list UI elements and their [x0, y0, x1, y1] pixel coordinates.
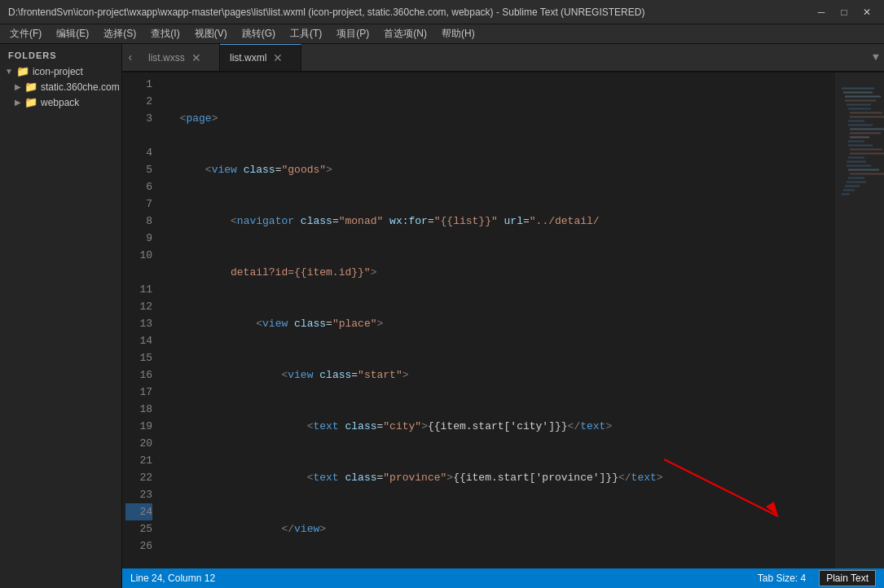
close-button[interactable]: ✕	[858, 3, 876, 21]
menu-help[interactable]: 帮助(H)	[435, 25, 482, 42]
minimap-svg	[835, 72, 884, 568]
tab-list-wxss[interactable]: list.wxss ✕	[139, 44, 220, 71]
menu-edit[interactable]: 编辑(E)	[50, 25, 95, 42]
code-line-1: <page>	[167, 110, 827, 127]
svg-rect-12	[850, 137, 869, 138]
line-number: 5	[125, 161, 152, 178]
line-number	[125, 264, 152, 281]
tab-close-icon[interactable]: ✕	[273, 51, 283, 64]
tab-bar: ‹ list.wxss ✕ list.wxml ✕ ▼	[122, 44, 884, 72]
folder-name: webpack	[41, 97, 79, 108]
title-bar: D:\frontendSvn\icon-project\wxapp\wxapp-…	[0, 0, 884, 24]
svg-rect-16	[850, 153, 884, 155]
tab-close-icon[interactable]: ✕	[191, 51, 201, 64]
menu-bar: 文件(F) 编辑(E) 选择(S) 查找(I) 视图(V) 跳转(G) 工具(T…	[0, 24, 884, 44]
code-editor[interactable]: 1 2 3 4 5 6 7 8 9 10 11 12 13 14 15 16 1…	[122, 72, 884, 568]
sidebar-item-icon-project[interactable]: ▼ 📁 icon-project	[0, 64, 121, 79]
sidebar: FOLDERS ▼ 📁 icon-project ▶ 📁 static.360c…	[0, 44, 122, 588]
folder-icon: 📁	[24, 81, 37, 93]
sidebar-header: FOLDERS	[0, 44, 121, 64]
menu-view[interactable]: 视图(V)	[188, 25, 234, 42]
tab-label: list.wxss	[148, 52, 185, 64]
line-number: 25	[125, 520, 152, 538]
svg-rect-2	[845, 96, 881, 98]
minimize-button[interactable]: ─	[812, 3, 830, 21]
menu-find[interactable]: 查找(I)	[144, 25, 186, 42]
svg-rect-4	[847, 104, 871, 106]
svg-rect-17	[848, 157, 864, 159]
line-number: 2	[125, 93, 152, 110]
editor-area: ‹ list.wxss ✕ list.wxml ✕ ▼ 1 2 3 4 5 6	[122, 44, 884, 588]
menu-tools[interactable]: 工具(T)	[284, 25, 328, 42]
main-area: FOLDERS ▼ 📁 icon-project ▶ 📁 static.360c…	[0, 44, 884, 588]
tab-label: list.wxml	[230, 52, 266, 64]
line-number: 11	[125, 281, 152, 298]
svg-rect-24	[845, 186, 860, 187]
line-number: 3	[125, 110, 152, 127]
svg-rect-1	[843, 92, 873, 94]
line-number: 24	[125, 503, 152, 520]
folder-name: icon-project	[33, 66, 83, 77]
maximize-button[interactable]: □	[835, 3, 853, 21]
line-number: 15	[125, 349, 152, 366]
line-number: 6	[125, 178, 152, 195]
svg-rect-6	[850, 112, 882, 114]
menu-file[interactable]: 文件(F)	[3, 25, 48, 42]
line-number: 12	[125, 298, 152, 315]
status-tab-size: Tab Size: 4	[758, 573, 806, 584]
menu-jump[interactable]: 跳转(G)	[235, 25, 282, 42]
tab-list-wxml[interactable]: list.wxml ✕	[220, 44, 301, 71]
svg-rect-25	[843, 190, 855, 191]
line-number: 14	[125, 332, 152, 349]
svg-rect-7	[850, 116, 884, 118]
menu-project[interactable]: 项目(P)	[330, 25, 376, 42]
code-line-8: </view>	[167, 520, 827, 538]
svg-rect-8	[848, 121, 864, 122]
line-number: 26	[125, 538, 152, 555]
line-number: 10	[125, 247, 152, 264]
svg-rect-14	[848, 145, 873, 147]
code-line-3: <navigator class="monad" wx:for="{{list}…	[167, 213, 827, 230]
language-selector-button[interactable]: Plain Text	[819, 570, 876, 586]
line-number	[125, 127, 152, 144]
chevron-right-icon: ▶	[15, 98, 21, 107]
svg-rect-0	[842, 88, 874, 90]
chevron-down-icon: ▼	[5, 67, 13, 76]
chevron-right-icon: ▶	[15, 82, 21, 91]
status-bar: Line 24, Column 12 Tab Size: 4 Plain Tex…	[122, 568, 884, 588]
line-number: 21	[125, 452, 152, 469]
line-number: 13	[125, 315, 152, 332]
svg-rect-19	[847, 165, 871, 167]
line-number: 7	[125, 195, 152, 213]
line-number: 17	[125, 384, 152, 401]
tab-nav-left[interactable]: ‹	[122, 44, 139, 71]
status-left: Line 24, Column 12	[130, 573, 215, 584]
status-right: Tab Size: 4 Plain Text	[758, 570, 876, 586]
sidebar-item-static[interactable]: ▶ 📁 static.360che.com	[0, 79, 121, 94]
svg-rect-15	[850, 149, 882, 151]
menu-select[interactable]: 选择(S)	[97, 25, 143, 42]
minimap	[835, 72, 884, 568]
folder-icon: 📁	[24, 96, 37, 108]
code-line-6: <text class="city">{{item.start['city']}…	[167, 418, 827, 435]
svg-rect-22	[848, 178, 864, 179]
code-line-2: <view class="goods">	[167, 161, 827, 178]
title-text: D:\frontendSvn\icon-project\wxapp\wxapp-…	[8, 7, 644, 18]
line-number: 16	[125, 366, 152, 384]
svg-rect-18	[847, 161, 866, 163]
code-line-5: <view class="start">	[167, 366, 827, 384]
code-content[interactable]: <page> <view class="goods"> <navigator c…	[159, 72, 835, 568]
svg-rect-11	[850, 133, 881, 134]
svg-rect-20	[848, 169, 879, 171]
line-number: 4	[125, 144, 152, 161]
line-number: 1	[125, 76, 152, 93]
line-number: 18	[125, 401, 152, 418]
code-line-4: <view class="place">	[167, 315, 827, 332]
svg-rect-26	[842, 194, 850, 195]
line-number: 22	[125, 469, 152, 486]
status-line-col: Line 24, Column 12	[130, 573, 215, 584]
svg-rect-5	[848, 108, 871, 110]
menu-prefs[interactable]: 首选项(N)	[377, 25, 433, 42]
sidebar-item-webpack[interactable]: ▶ 📁 webpack	[0, 94, 121, 110]
tab-dropdown[interactable]: ▼	[868, 44, 884, 71]
